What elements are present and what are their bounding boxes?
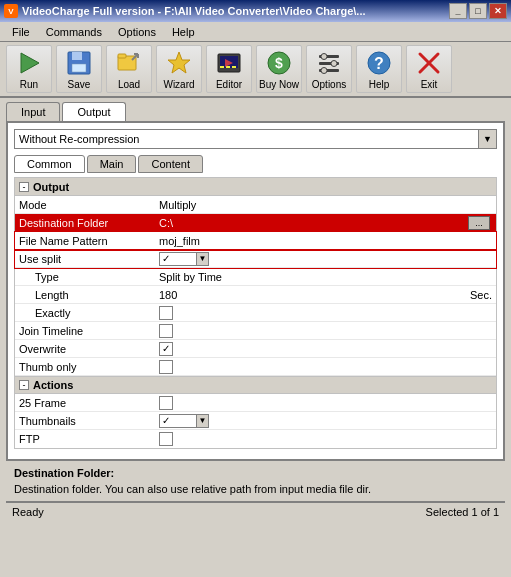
overwrite-row: Overwrite [15,340,496,358]
options-button[interactable]: Options [306,45,352,93]
svg-marker-9 [168,52,190,73]
thumb-only-checkbox[interactable] [159,360,173,374]
overwrite-checkbox[interactable] [159,342,173,356]
destination-folder-row: Destination Folder C:\ ... [15,214,496,232]
thumb-only-row: Thumb only [15,358,496,376]
minimize-button[interactable]: _ [449,3,467,19]
buynow-icon: $ [265,49,293,77]
svg-rect-2 [72,52,82,60]
compression-select[interactable]: Without Re-compression [14,129,479,149]
svg-rect-12 [220,66,224,68]
exit-label: Exit [421,79,438,90]
wizard-button[interactable]: Wizard [156,45,202,93]
wizard-icon [165,49,193,77]
actions-section-label: Actions [33,379,73,391]
frame25-label: 25 Frame [15,397,155,409]
run-icon [15,49,43,77]
compression-dropdown-arrow[interactable]: ▼ [479,129,497,149]
title-bar: V VideoCharge Full version - F:\All Vide… [0,0,511,22]
tab-input[interactable]: Input [6,102,60,121]
use-split-value[interactable]: ✓ [159,252,197,266]
help-button[interactable]: ? Help [356,45,402,93]
wizard-label: Wizard [163,79,194,90]
toolbar: Run Save Load Wiz [0,42,511,98]
close-button[interactable]: ✕ [489,3,507,19]
use-split-dropdown-arrow[interactable]: ▼ [197,252,209,266]
content-area: Without Re-compression ▼ Common Main Con… [6,121,505,461]
output-collapse-btn[interactable]: - [19,182,29,192]
svg-text:$: $ [275,55,283,71]
length-suffix: Sec. [466,289,496,301]
run-label: Run [20,79,38,90]
load-label: Load [118,79,140,90]
thumbnails-dropdown-arrow[interactable]: ▼ [197,414,209,428]
buynow-button[interactable]: $ Buy Now [256,45,302,93]
info-area: Destination Folder: Destination folder. … [6,461,505,501]
thumbnails-row: Thumbnails ✓ ▼ [15,412,496,430]
load-button[interactable]: Load [106,45,152,93]
load-icon [115,49,143,77]
options-icon [315,49,343,77]
compression-row: Without Re-compression ▼ [14,129,497,149]
tab-output[interactable]: Output [62,102,125,121]
svg-rect-3 [72,64,86,72]
save-icon [65,49,93,77]
menu-options[interactable]: Options [110,24,164,40]
editor-icon [215,49,243,77]
menu-commands[interactable]: Commands [38,24,110,40]
mode-row: Mode Multiply [15,196,496,214]
sub-tab-main[interactable]: Main [87,155,137,173]
editor-label: Editor [216,79,242,90]
mode-value: Multiply [155,199,466,211]
window-title: VideoCharge Full version - F:\All Video … [22,5,366,17]
sub-tabs: Common Main Content [14,155,497,173]
menu-bar: File Commands Options Help [0,22,511,42]
length-label: Length [15,289,155,301]
save-label: Save [68,79,91,90]
svg-rect-5 [118,54,126,58]
sub-tab-content[interactable]: Content [138,155,203,173]
status-left: Ready [12,506,44,518]
output-section-label: Output [33,181,69,193]
use-split-row: Use split ✓ ▼ [15,250,496,268]
status-right: Selected 1 of 1 [426,506,499,518]
options-label: Options [312,79,346,90]
destination-folder-value[interactable]: C:\ [155,217,466,229]
browse-button[interactable]: ... [468,216,490,230]
ftp-label: FTP [15,433,155,445]
exactly-checkbox[interactable] [159,306,173,320]
save-button[interactable]: Save [56,45,102,93]
actions-collapse-btn[interactable]: - [19,380,29,390]
menu-help[interactable]: Help [164,24,203,40]
exit-button[interactable]: Exit [406,45,452,93]
file-name-pattern-value[interactable]: moj_film [155,235,466,247]
help-label: Help [369,79,390,90]
overwrite-label: Overwrite [15,343,155,355]
svg-text:?: ? [374,55,384,72]
use-split-label: Use split [15,253,155,265]
editor-button[interactable]: Editor [206,45,252,93]
join-timeline-checkbox[interactable] [159,324,173,338]
sub-tab-common[interactable]: Common [14,155,85,173]
menu-file[interactable]: File [4,24,38,40]
svg-marker-0 [21,53,39,73]
length-value[interactable]: 180 [155,289,466,301]
exactly-label: Exactly [15,307,155,319]
app-icon: V [4,4,18,18]
frame25-checkbox[interactable] [159,396,173,410]
exit-icon [415,49,443,77]
ftp-checkbox[interactable] [159,432,173,446]
mode-label: Mode [15,199,155,211]
run-button[interactable]: Run [6,45,52,93]
svg-rect-13 [226,66,230,68]
destination-folder-label: Destination Folder [15,217,155,229]
status-bar: Ready Selected 1 of 1 [6,501,505,521]
svg-point-22 [331,60,337,66]
info-title: Destination Folder: [14,465,497,481]
type-row: Type Split by Time [15,268,496,286]
thumbnails-value[interactable]: ✓ [159,414,197,428]
ftp-row: FTP [15,430,496,448]
file-name-pattern-label: File Name Pattern [15,235,155,247]
maximize-button[interactable]: □ [469,3,487,19]
svg-point-23 [321,67,327,73]
